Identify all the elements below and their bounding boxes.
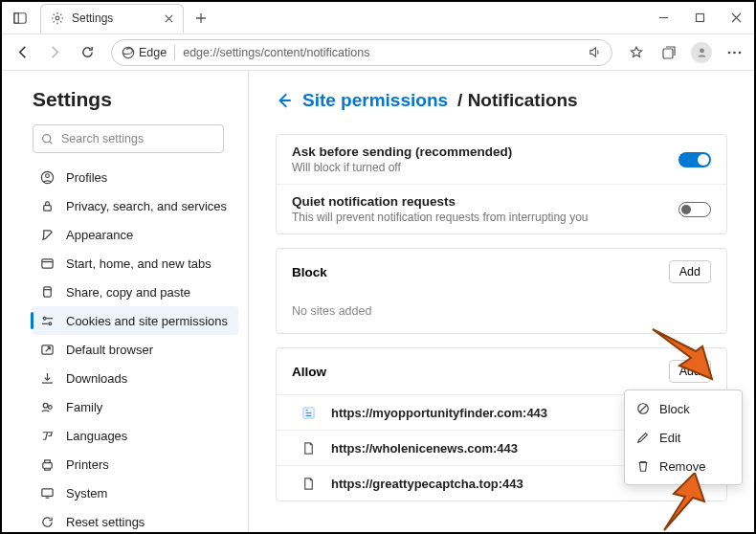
nav-icon <box>40 256 55 271</box>
profile-button[interactable] <box>687 38 716 67</box>
quiet-toggle[interactable] <box>678 202 711 217</box>
svg-rect-1 <box>14 12 18 23</box>
pencil-icon <box>636 431 650 444</box>
maximize-icon <box>695 12 705 23</box>
quiet-requests-row: Quiet notification requests This will pr… <box>277 185 726 234</box>
svg-point-20 <box>48 405 52 409</box>
sidebar-item-label: Default browser <box>66 343 153 357</box>
block-add-button[interactable]: Add <box>669 260 711 283</box>
nav-icon <box>40 343 55 357</box>
svg-point-17 <box>49 322 52 324</box>
site-url: https://greattypecaptcha.top:443 <box>331 477 523 491</box>
maximize-button[interactable] <box>681 2 718 33</box>
forward-button[interactable] <box>40 38 69 67</box>
sidebar-item-label: Reset settings <box>66 515 145 529</box>
search-placeholder: Search settings <box>61 132 144 145</box>
allow-title: Allow <box>292 365 326 379</box>
breadcrumb-current: / Notifications <box>457 90 578 111</box>
settings-heading: Settings <box>33 88 238 111</box>
ask-desc: Will block if turned off <box>292 161 678 174</box>
document-icon <box>301 477 316 491</box>
svg-point-16 <box>43 317 46 320</box>
sidebar-item-family[interactable]: Family <box>33 392 238 421</box>
close-window-button[interactable] <box>718 2 754 33</box>
svg-point-19 <box>43 403 48 408</box>
sidebar-item-languages[interactable]: Languages <box>33 421 238 450</box>
nav-icon <box>40 400 55 414</box>
sidebar-item-share-copy-and-paste[interactable]: Share, copy and paste <box>33 278 238 306</box>
options-card: Ask before sending (recommended) Will bl… <box>276 134 727 234</box>
sidebar-item-appearance[interactable]: Appearance <box>33 220 238 249</box>
sidebar-item-reset-settings[interactable]: Reset settings <box>33 507 238 532</box>
block-title: Block <box>292 265 327 279</box>
sidebar-item-downloads[interactable]: Downloads <box>33 364 238 392</box>
ask-toggle[interactable] <box>678 152 711 167</box>
ask-before-sending-row: Ask before sending (recommended) Will bl… <box>277 135 726 185</box>
sidebar-item-label: System <box>66 486 107 501</box>
site-url: https://wholenicenews.com:443 <box>331 441 518 456</box>
titlebar: Settings <box>2 2 754 34</box>
menu-button[interactable] <box>720 38 748 67</box>
quiet-title: Quiet notification requests <box>292 194 678 209</box>
svg-point-10 <box>43 134 51 142</box>
sidebar-item-label: Share, copy and paste <box>66 285 190 300</box>
svg-point-12 <box>46 173 50 177</box>
tab-actions-button[interactable] <box>6 5 34 32</box>
collections-icon <box>661 45 677 60</box>
breadcrumb: Site permissions / Notifications <box>276 90 727 111</box>
sidebar-item-label: Profiles <box>66 170 107 185</box>
sidebar-item-start-home-and-new-tabs[interactable]: Start, home, and new tabs <box>33 249 238 278</box>
sidebar-item-privacy-search-and-services[interactable]: Privacy, search, and services <box>33 191 238 220</box>
close-icon <box>165 14 173 23</box>
svg-point-8 <box>733 51 736 54</box>
new-tab-button[interactable] <box>188 5 214 32</box>
sidebar: Settings Search settings Profiles Privac… <box>2 71 249 532</box>
address-scheme: Edge <box>135 46 167 59</box>
sidebar-item-profiles[interactable]: Profiles <box>33 163 238 191</box>
favorites-button[interactable] <box>622 38 651 67</box>
svg-point-9 <box>738 51 741 54</box>
arrow-right-icon <box>48 45 62 59</box>
sidebar-item-system[interactable]: System <box>33 478 238 507</box>
minimize-icon <box>658 12 669 23</box>
back-button[interactable] <box>8 38 36 67</box>
sidebar-item-default-browser[interactable]: Default browser <box>33 335 238 364</box>
sidebar-nav: Profiles Privacy, search, and services A… <box>33 163 238 532</box>
sidebar-item-label: Printers <box>66 457 109 472</box>
flyout-edit[interactable]: Edit <box>625 423 742 452</box>
minimize-button[interactable] <box>645 2 681 33</box>
tab-close-button[interactable] <box>165 14 173 23</box>
sidebar-item-label: Appearance <box>66 228 133 242</box>
read-aloud-icon[interactable] <box>588 45 602 59</box>
quiet-desc: This will prevent notification requests … <box>292 211 678 224</box>
tab-settings[interactable]: Settings <box>40 4 184 33</box>
back-arrow-icon[interactable] <box>276 92 293 109</box>
sidebar-item-cookies-and-site-permissions[interactable]: Cookies and site permissions <box>33 306 238 335</box>
svg-point-6 <box>700 48 704 53</box>
address-bar[interactable]: Edge edge://settings/content/notificatio… <box>111 39 612 66</box>
sidebar-item-printers[interactable]: Printers <box>33 450 238 478</box>
svg-point-2 <box>56 16 59 20</box>
plus-icon <box>195 12 207 24</box>
edge-logo-icon <box>122 46 135 59</box>
nav-icon <box>40 486 55 501</box>
svg-point-7 <box>727 51 730 54</box>
nav-icon <box>40 457 55 472</box>
refresh-icon <box>80 45 95 59</box>
document-icon <box>301 441 316 456</box>
annotation-arrow-1 <box>643 320 720 396</box>
search-input[interactable]: Search settings <box>33 124 224 153</box>
trash-icon <box>636 459 650 473</box>
svg-rect-14 <box>42 258 53 267</box>
refresh-button[interactable] <box>73 38 101 67</box>
breadcrumb-parent-link[interactable]: Site permissions <box>302 90 448 111</box>
svg-rect-3 <box>696 14 703 22</box>
flyout-block[interactable]: Block <box>625 394 742 423</box>
collections-button[interactable] <box>655 38 683 67</box>
sidebar-item-label: Start, home, and new tabs <box>66 256 211 271</box>
sidebar-item-label: Privacy, search, and services <box>66 199 227 213</box>
tab-title: Settings <box>72 11 113 25</box>
nav-icon <box>40 285 55 300</box>
svg-rect-22 <box>42 488 53 496</box>
address-url: edge://settings/content/notifications <box>183 46 369 59</box>
